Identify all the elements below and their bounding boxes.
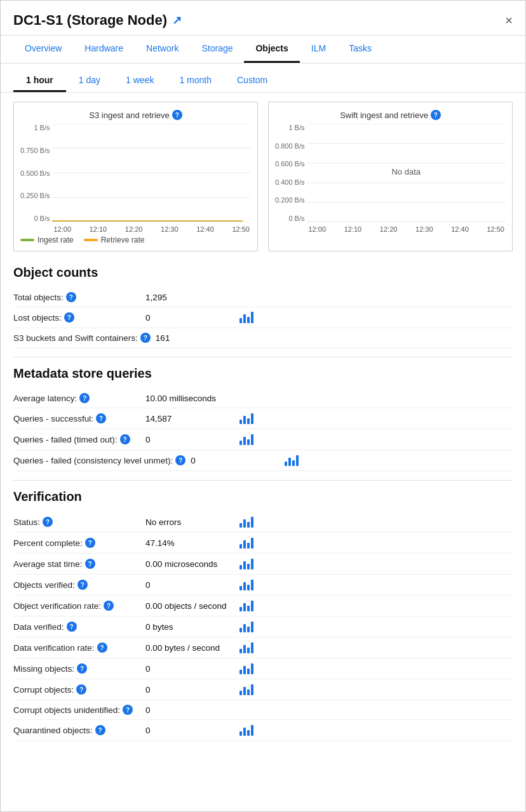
object-counts-title: Object counts: [13, 265, 513, 280]
avg-stat-time-chart[interactable]: [239, 558, 253, 569]
tab-network[interactable]: Network: [135, 36, 190, 63]
swift-chart-help-icon[interactable]: ?: [431, 110, 441, 120]
time-tab-1week[interactable]: 1 week: [113, 70, 166, 92]
close-button[interactable]: ×: [505, 14, 513, 27]
main-content: S3 ingest and retrieve ? 1 B/s 0.750 B/s…: [1, 102, 525, 754]
data-verified-chart[interactable]: [239, 621, 253, 632]
queries-successful-chart[interactable]: [239, 413, 253, 424]
metadata-section: Metadata store queries Average latency: …: [13, 366, 513, 471]
status-row: Status: ? No errors: [13, 512, 513, 533]
object-verification-rate-help[interactable]: ?: [104, 601, 114, 611]
retrieve-rate-legend-color: [84, 239, 98, 241]
corrupt-objects-help[interactable]: ?: [76, 684, 86, 695]
data-verified-row: Data verified: ? 0 bytes: [13, 616, 513, 637]
percent-complete-help[interactable]: ?: [85, 538, 95, 548]
quarantined-objects-row: Quarantined objects: ? 0: [13, 720, 513, 741]
tab-hardware[interactable]: Hardware: [73, 36, 135, 63]
tabs-navigation: Overview Hardware Network Storage Object…: [1, 36, 525, 63]
s3-chart-svg: [52, 124, 251, 222]
title-text: DC1-S1 (Storage Node): [13, 12, 167, 29]
time-tab-custom[interactable]: Custom: [224, 70, 280, 92]
percent-complete-row: Percent complete: ? 47.14%: [13, 533, 513, 554]
corrupt-objects-unidentified-help[interactable]: ?: [123, 705, 133, 715]
status-help[interactable]: ?: [43, 517, 53, 527]
objects-verified-row: Objects verified: ? 0: [13, 575, 513, 596]
s3-chart-box: S3 ingest and retrieve ? 1 B/s 0.750 B/s…: [13, 102, 258, 251]
time-tab-1month[interactable]: 1 month: [166, 70, 224, 92]
corrupt-objects-unidentified-row: Corrupt objects unidentified: ? 0: [13, 700, 513, 720]
tab-overview[interactable]: Overview: [13, 36, 73, 63]
no-data-text: No data: [392, 167, 421, 176]
missing-objects-help[interactable]: ?: [77, 663, 87, 674]
retrieve-rate-label: Retrieve rate: [101, 236, 145, 244]
swift-chart-box: Swift ingest and retrieve ? 1 B/s 0.800 …: [268, 102, 513, 251]
corrupt-objects-row: Corrupt objects: ? 0: [13, 679, 513, 700]
data-verified-help[interactable]: ?: [67, 622, 77, 632]
avg-latency-row: Average latency: ? 10.00 milliseconds: [13, 389, 513, 408]
quarantined-objects-chart[interactable]: [239, 724, 253, 736]
modal-header: DC1-S1 (Storage Node) ↗ ×: [1, 1, 525, 36]
queries-failed-timeout-chart[interactable]: [239, 434, 253, 445]
s3-chart-help-icon[interactable]: ?: [172, 110, 182, 120]
tab-ilm[interactable]: ILM: [300, 36, 337, 63]
total-objects-row: Total objects: ? 1,295: [13, 288, 513, 307]
ingest-rate-label: Ingest rate: [37, 236, 74, 244]
data-verification-rate-chart[interactable]: [239, 642, 253, 653]
modal-container: DC1-S1 (Storage Node) ↗ × Overview Hardw…: [0, 0, 526, 812]
objects-verified-chart[interactable]: [239, 579, 253, 590]
quarantined-objects-help[interactable]: ?: [95, 725, 105, 735]
tab-tasks[interactable]: Tasks: [337, 36, 383, 63]
queries-failed-consistency-chart[interactable]: [285, 455, 299, 466]
queries-failed-consistency-row: Queries - failed (consistency level unme…: [13, 450, 513, 471]
verification-title: Verification: [13, 489, 513, 504]
missing-objects-chart[interactable]: [239, 663, 253, 674]
ingest-rate-legend-color: [20, 239, 34, 241]
external-link-icon[interactable]: ↗: [172, 13, 182, 27]
data-verification-rate-help[interactable]: ?: [97, 642, 107, 653]
time-tab-1hour[interactable]: 1 hour: [13, 70, 66, 92]
tab-storage[interactable]: Storage: [190, 36, 244, 63]
object-verification-rate-chart[interactable]: [239, 600, 253, 611]
swift-chart-title: Swift ingest and retrieve ?: [275, 110, 506, 120]
objects-verified-help[interactable]: ?: [78, 580, 88, 590]
avg-stat-time-row: Average stat time: ? 0.00 microseconds: [13, 554, 513, 575]
charts-row: S3 ingest and retrieve ? 1 B/s 0.750 B/s…: [13, 102, 513, 251]
object-counts-section: Object counts Total objects: ? 1,295 Los…: [13, 265, 513, 348]
avg-stat-time-help[interactable]: ?: [85, 559, 95, 569]
verification-section: Verification Status: ? No errors Percent…: [13, 489, 513, 741]
metadata-title: Metadata store queries: [13, 366, 513, 381]
total-objects-help[interactable]: ?: [66, 292, 76, 302]
tab-objects[interactable]: Objects: [244, 36, 299, 63]
avg-latency-help[interactable]: ?: [79, 393, 90, 403]
lost-objects-row: Lost objects: ? 0: [13, 307, 513, 328]
corrupt-objects-chart[interactable]: [239, 684, 253, 695]
missing-objects-row: Missing objects: ? 0: [13, 658, 513, 679]
percent-complete-chart[interactable]: [239, 537, 253, 549]
time-tabs: 1 hour 1 day 1 week 1 month Custom: [1, 63, 525, 93]
lost-objects-help[interactable]: ?: [64, 312, 74, 323]
queries-failed-timeout-row: Queries - failed (timed out): ? 0: [13, 429, 513, 450]
object-verification-rate-row: Object verification rate: ? 0.00 objects…: [13, 596, 513, 616]
s3-chart-legend: Ingest rate Retrieve rate: [20, 236, 251, 244]
time-tab-1day[interactable]: 1 day: [66, 70, 113, 92]
queries-successful-help[interactable]: ?: [96, 413, 106, 423]
swift-chart-svg: No data: [307, 124, 506, 222]
data-verification-rate-row: Data verification rate: ? 0.00 bytes / s…: [13, 637, 513, 658]
lost-objects-chart[interactable]: [239, 312, 253, 323]
s3-buckets-help[interactable]: ?: [140, 333, 151, 343]
queries-successful-row: Queries - successful: ? 14,587: [13, 408, 513, 429]
queries-failed-timeout-help[interactable]: ?: [120, 434, 130, 444]
s3-buckets-row: S3 buckets and Swift containers: ? 161: [13, 328, 513, 348]
queries-failed-consistency-help[interactable]: ?: [175, 455, 185, 465]
status-chart[interactable]: [239, 516, 253, 528]
modal-title: DC1-S1 (Storage Node) ↗: [13, 12, 182, 29]
s3-chart-title: S3 ingest and retrieve ?: [20, 110, 251, 120]
